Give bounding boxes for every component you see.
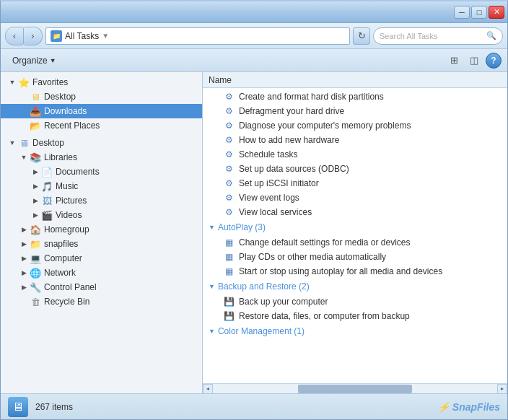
videos-expand-icon xyxy=(30,209,41,221)
list-item-text: View event logs xyxy=(239,193,299,203)
help-button[interactable]: ? xyxy=(486,53,502,69)
column-header: Name xyxy=(203,72,507,88)
list-item[interactable]: ▦Play CDs or other media automatically xyxy=(203,250,507,264)
control-panel-expand-icon xyxy=(18,281,30,293)
search-placeholder: Search All Tasks xyxy=(380,32,438,40)
section-header-color[interactable]: ▼Color Management (1) xyxy=(203,323,507,339)
search-icon: 🔍 xyxy=(486,31,496,40)
favorites-expand-icon xyxy=(6,76,18,88)
horizontal-scrollbar[interactable]: ◂ ▸ xyxy=(203,383,507,393)
close-button[interactable]: ✕ xyxy=(489,6,504,19)
section-arrow-icon: ▼ xyxy=(209,224,215,231)
list-item[interactable]: ⚙Defragment your hard drive xyxy=(203,104,507,118)
minimize-button[interactable]: ─ xyxy=(454,6,470,19)
sidebar-item-videos[interactable]: 🎬 Videos xyxy=(1,208,202,222)
section-title-backup: Backup and Restore (2) xyxy=(218,281,310,292)
sidebar-item-pictures[interactable]: 🖼 Pictures xyxy=(1,193,202,208)
window: ─ □ ✕ ‹ › 📁 All Tasks ▼ ↻ Search All Tas… xyxy=(0,0,508,420)
organize-chevron-icon: ▼ xyxy=(50,57,56,64)
list-item-icon: ⚙ xyxy=(223,163,235,175)
address-bar[interactable]: 📁 All Tasks ▼ xyxy=(45,27,350,45)
network-icon: 🌐 xyxy=(30,267,41,279)
organize-button[interactable]: Organize ▼ xyxy=(6,52,62,69)
list-item-icon: ⚙ xyxy=(223,206,235,218)
list-item[interactable]: ⚙Set up iSCSI initiator xyxy=(203,176,507,191)
list-item-icon: 💾 xyxy=(223,296,235,307)
list-item-text: Schedule tasks xyxy=(239,149,297,159)
scroll-left-button[interactable]: ◂ xyxy=(203,384,213,394)
sidebar-item-documents[interactable]: 📄 Documents xyxy=(1,165,202,179)
desktop-root-icon: 🖥 xyxy=(18,137,30,149)
status-icon: 🖥 xyxy=(8,397,28,417)
list-item[interactable]: ⚙Schedule tasks xyxy=(203,147,507,162)
control-panel-label: Control Panel xyxy=(44,282,97,292)
section-header-backup[interactable]: ▼Backup and Restore (2) xyxy=(203,279,507,294)
scroll-track[interactable] xyxy=(213,384,497,394)
main-content: ⭐ Favorites 🖥 Desktop 📥 Downloads 📂 Rece… xyxy=(1,72,507,393)
section-title-autoplay: AutoPlay (3) xyxy=(218,222,266,232)
desktop-root-label: Desktop xyxy=(32,138,64,148)
forward-button[interactable]: › xyxy=(24,27,43,45)
control-panel-icon: 🔧 xyxy=(30,281,41,293)
sidebar-item-homegroup[interactable]: 🏠 Homegroup xyxy=(1,222,202,237)
list-item[interactable]: 💾Restore data, files, or computer from b… xyxy=(203,309,507,323)
refresh-button[interactable]: ↻ xyxy=(353,27,370,45)
list-item-text: Start or stop using autoplay for all med… xyxy=(239,266,442,276)
sidebar-item-favorites[interactable]: ⭐ Favorites xyxy=(1,75,202,89)
snap-arrow-icon: ⚡ xyxy=(437,401,450,413)
libraries-label: Libraries xyxy=(44,152,77,162)
list-item-icon: 💾 xyxy=(223,310,235,322)
list-item-icon: ⚙ xyxy=(223,134,235,146)
recent-places-icon: 📂 xyxy=(30,120,41,131)
music-icon: 🎵 xyxy=(41,180,53,192)
sidebar-item-desktop-fav[interactable]: 🖥 Desktop xyxy=(1,89,202,104)
music-label: Music xyxy=(56,181,78,191)
list-item[interactable]: 💾Back up your computer xyxy=(203,294,507,309)
sidebar-item-network[interactable]: 🌐 Network xyxy=(1,266,202,280)
list-item[interactable]: ▦Change default settings for media or de… xyxy=(203,235,507,250)
list-item[interactable]: ▦Start or stop using autoplay for all me… xyxy=(203,264,507,279)
sidebar-item-control-panel[interactable]: 🔧 Control Panel xyxy=(1,280,202,294)
back-button[interactable]: ‹ xyxy=(5,27,24,45)
sidebar-item-downloads[interactable]: 📥 Downloads xyxy=(1,104,202,118)
list-item[interactable]: ⚙View event logs xyxy=(203,191,507,205)
list-item[interactable]: ⚙Create and format hard disk partitions xyxy=(203,89,507,104)
videos-icon: 🎬 xyxy=(41,209,53,221)
sidebar-item-computer[interactable]: 💻 Computer xyxy=(1,251,202,266)
back-forward-buttons: ‹ › xyxy=(5,27,43,45)
status-bar: 🖥 267 items ⚡ SnapFiles xyxy=(1,393,507,419)
list-item-text: Restore data, files, or computer from ba… xyxy=(239,311,410,321)
documents-expand-icon xyxy=(30,166,41,178)
downloads-label: Downloads xyxy=(44,106,87,116)
path-icon: 📁 xyxy=(51,30,62,42)
list-item[interactable]: ⚙View local services xyxy=(203,205,507,219)
homegroup-label: Homegroup xyxy=(44,224,89,235)
snap-label: SnapFiles xyxy=(452,401,500,413)
computer-icon: 💻 xyxy=(30,253,41,264)
section-header-autoplay[interactable]: ▼AutoPlay (3) xyxy=(203,219,507,235)
sidebar-item-libraries[interactable]: 📚 Libraries xyxy=(1,150,202,165)
items-list[interactable]: ⚙Create and format hard disk partitions⚙… xyxy=(203,88,507,383)
sidebar-item-music[interactable]: 🎵 Music xyxy=(1,179,202,193)
list-item[interactable]: ⚙How to add new hardware xyxy=(203,133,507,147)
list-item[interactable]: ⚙Diagnose your computer's memory problem… xyxy=(203,118,507,133)
documents-icon: 📄 xyxy=(41,166,53,178)
list-item-icon: ▦ xyxy=(223,237,235,248)
search-bar[interactable]: Search All Tasks 🔍 xyxy=(373,27,503,45)
libraries-icon: 📚 xyxy=(30,152,41,163)
scroll-thumb[interactable] xyxy=(298,385,412,393)
homegroup-expand-icon xyxy=(18,224,30,235)
maximize-button[interactable]: □ xyxy=(471,6,487,19)
list-item-text: Back up your computer xyxy=(239,297,328,307)
section-arrow-icon: ▼ xyxy=(209,328,215,335)
pictures-label: Pictures xyxy=(56,196,87,206)
sidebar-item-recent-places[interactable]: 📂 Recent Places xyxy=(1,118,202,133)
scroll-right-button[interactable]: ▸ xyxy=(497,384,507,394)
view-details-button[interactable]: ⊞ xyxy=(445,52,463,69)
computer-expand-icon xyxy=(18,253,30,264)
sidebar-item-recycle-bin[interactable]: 🗑 Recycle Bin xyxy=(1,294,202,309)
sidebar-item-desktop-root[interactable]: 🖥 Desktop xyxy=(1,136,202,150)
list-item[interactable]: ⚙Set up data sources (ODBC) xyxy=(203,162,507,176)
sidebar-item-snapfiles[interactable]: 📁 snapfiles xyxy=(1,237,202,251)
view-toggle-button[interactable]: ◫ xyxy=(465,52,483,69)
